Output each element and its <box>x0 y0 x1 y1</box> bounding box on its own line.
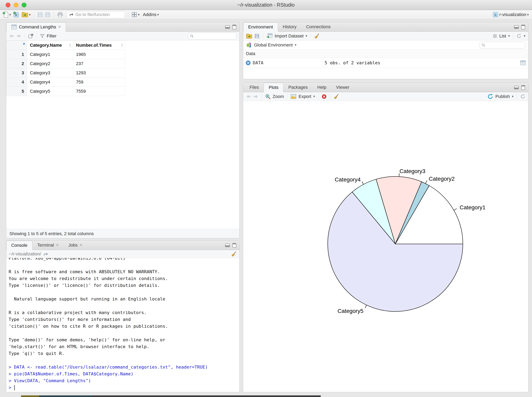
goto-directory-icon[interactable] <box>43 252 48 256</box>
open-in-new-window-icon[interactable] <box>28 33 33 39</box>
environment-object-row[interactable]: DATA 5 obs. of 2 variables <box>243 58 528 68</box>
clear-environment-icon[interactable] <box>314 33 320 39</box>
search-icon <box>190 34 194 38</box>
tab-history[interactable]: History <box>278 22 301 31</box>
tab-connections[interactable]: Connections <box>301 22 335 31</box>
pane-layout-button[interactable] <box>132 12 140 18</box>
cell-category: Category4 <box>27 78 73 87</box>
minimize-pane-icon[interactable] <box>225 243 230 248</box>
plot-display-area: Category1 Category2 Category3 Category4 … <box>243 101 528 392</box>
window-title: ~/r-visualization - RStudio <box>237 2 295 8</box>
list-view-label[interactable]: List <box>499 33 506 39</box>
column-header-category-name[interactable]: Category.Name <box>27 41 73 50</box>
viewer-search-box[interactable] <box>188 33 236 39</box>
table-row: 2 Category2 237 <box>6 59 125 68</box>
close-icon[interactable] <box>80 242 82 248</box>
clear-all-plots-icon[interactable] <box>333 94 339 99</box>
pie-label-category2: Category2 <box>429 176 455 182</box>
column-divider <box>323 58 323 68</box>
goto-file-function-input[interactable] <box>75 12 120 17</box>
export-plot-icon[interactable] <box>291 94 297 99</box>
publish-label[interactable]: Publish <box>495 94 510 99</box>
save-all-button[interactable] <box>45 12 51 18</box>
table-header-row: Category.Name Number.of.Times <box>6 41 125 50</box>
tab-label: Console <box>11 243 27 248</box>
tab-packages[interactable]: Packages <box>284 83 312 92</box>
export-label[interactable]: Export <box>298 94 311 99</box>
tab-jobs[interactable]: Jobs <box>63 241 87 250</box>
load-workspace-icon[interactable] <box>246 33 252 39</box>
close-icon[interactable] <box>58 25 61 30</box>
row-number: 1 <box>6 50 27 59</box>
tab-console[interactable]: Console <box>6 241 32 250</box>
tab-plots[interactable]: Plots <box>264 83 284 92</box>
new-file-button[interactable] <box>2 12 11 18</box>
rownum-header[interactable] <box>6 41 27 50</box>
minimize-pane-icon[interactable] <box>514 85 519 90</box>
zoom-label[interactable]: Zoom <box>273 94 284 99</box>
console-line: You are welcome to redistribute it under… <box>9 275 239 282</box>
zoom-plot-icon[interactable] <box>265 94 271 99</box>
tab-label: History <box>283 24 297 30</box>
chevron-down-icon <box>157 13 159 17</box>
tab-viewer[interactable]: Viewer <box>331 83 354 92</box>
console-prompt-line[interactable]: > <box>9 384 239 391</box>
addins-button[interactable]: Addins <box>143 12 159 17</box>
viewer-search-input[interactable] <box>195 34 235 38</box>
previous-plot-icon[interactable] <box>246 94 251 99</box>
tab-environment[interactable]: Environment <box>243 22 278 32</box>
zoom-window-button[interactable] <box>22 3 26 7</box>
close-icon[interactable] <box>56 242 59 248</box>
save-button[interactable] <box>37 12 43 18</box>
clear-console-icon[interactable] <box>231 251 236 257</box>
tab-label: Plots <box>269 85 279 90</box>
filter-icon[interactable] <box>40 34 45 38</box>
forward-icon[interactable] <box>16 34 21 38</box>
list-view-icon[interactable] <box>493 34 497 38</box>
maximize-pane-icon[interactable] <box>232 25 236 30</box>
print-button[interactable] <box>57 12 63 18</box>
refresh-plot-icon[interactable] <box>520 94 525 99</box>
import-dataset-icon[interactable] <box>266 33 273 39</box>
cell-times: 1293 <box>73 68 125 78</box>
save-workspace-icon[interactable] <box>254 33 260 39</box>
object-name: DATA <box>253 60 319 65</box>
maximize-pane-icon[interactable] <box>521 25 525 30</box>
scope-selector[interactable]: Global Environment <box>254 43 293 48</box>
goto-file-function-box[interactable] <box>67 11 125 18</box>
maximize-pane-icon[interactable] <box>232 243 236 248</box>
filter-label[interactable]: Filter <box>47 33 57 39</box>
minimize-pane-icon[interactable] <box>225 25 230 29</box>
new-project-button[interactable] <box>13 12 19 18</box>
publish-icon[interactable] <box>487 93 493 99</box>
console-output[interactable]: Platform: x86_64-apple-darwin15.6.0 (64-… <box>6 258 239 392</box>
tab-files[interactable]: Files <box>245 83 264 92</box>
import-dataset-label[interactable]: Import Dataset <box>275 33 304 39</box>
sort-icons <box>69 43 71 48</box>
pie-label-category5: Category5 <box>338 308 363 314</box>
expand-object-icon[interactable] <box>246 60 251 66</box>
pie-chart: Category1 Category2 Category3 Category4 … <box>243 101 528 392</box>
environment-search-box[interactable] <box>480 42 525 49</box>
console-line: R is free software and comes with ABSOLU… <box>9 268 239 275</box>
environment-search-input[interactable] <box>487 43 524 47</box>
titlebar: ~/r-visualization - RStudio <box>0 0 532 10</box>
project-selector[interactable]: r-visualization <box>493 12 529 18</box>
tab-label: Jobs <box>68 242 78 248</box>
minimize-window-button[interactable] <box>14 3 19 7</box>
close-window-button[interactable] <box>6 3 10 7</box>
tab-command-lengths[interactable]: Command Lengths <box>6 22 66 32</box>
column-header-number-of-times[interactable]: Number.of.Times <box>73 41 125 50</box>
tab-help[interactable]: Help <box>312 83 331 92</box>
maximize-pane-icon[interactable] <box>521 85 525 90</box>
next-plot-icon[interactable] <box>253 94 258 99</box>
remove-plot-icon[interactable] <box>322 94 327 99</box>
console-line: Platform: x86_64-apple-darwin15.6.0 (64-… <box>9 258 239 262</box>
open-file-button[interactable] <box>21 12 31 18</box>
minimize-pane-icon[interactable] <box>514 25 519 29</box>
back-icon[interactable] <box>9 34 14 38</box>
view-data-icon[interactable] <box>520 60 526 66</box>
tab-terminal[interactable]: Terminal <box>32 241 63 250</box>
refresh-icon[interactable] <box>516 33 522 39</box>
console-line: Type 'license()' or 'licence()' for dist… <box>9 282 239 289</box>
